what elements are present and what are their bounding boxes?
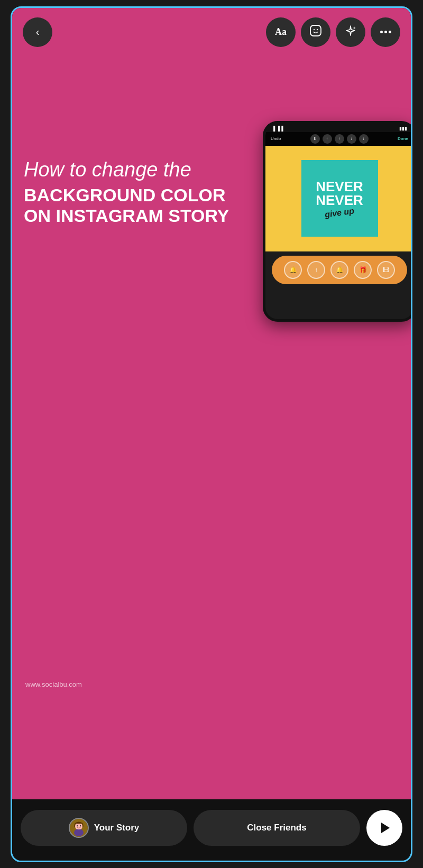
inner-bottom-up-icon: ↑	[307, 261, 325, 279]
svg-rect-0	[310, 25, 321, 36]
top-bar: ‹ Aa	[12, 8, 411, 52]
story-text-bold: BACKGROUND COLOR ON INSTAGRAM STORY	[24, 185, 246, 226]
svg-point-8	[80, 825, 81, 826]
inner-phone-mockup: ▐ ▐▐ 1200 ▮▮▮ Undo ⬇ ↑ ↑ ↓ ↓	[263, 121, 411, 322]
forward-button[interactable]	[366, 810, 402, 846]
inner-undo-button[interactable]: Undo	[271, 136, 281, 141]
avatar	[69, 818, 89, 838]
inner-card-giveup-text: give up	[324, 206, 355, 220]
back-button[interactable]: ‹	[23, 17, 52, 47]
inner-icon-4: ↓	[347, 134, 356, 144]
your-story-label: Your Story	[94, 823, 140, 833]
inner-bottom-gift-icon: 🎁	[354, 261, 372, 279]
story-text-block: How to change the BACKGROUND COLOR ON IN…	[24, 158, 246, 227]
inner-battery-icon: ▮▮▮	[399, 126, 407, 131]
close-friends-label: Close Friends	[247, 823, 306, 833]
svg-point-5	[74, 829, 84, 836]
inner-phone-toolbar: Undo ⬇ ↑ ↑ ↓ ↓ Done	[265, 132, 411, 146]
inner-bottom-film-icon: 🎞	[377, 261, 395, 279]
text-format-button[interactable]: Aa	[266, 17, 296, 47]
forward-chevron-icon	[381, 823, 390, 833]
inner-icon-2: ↑	[323, 134, 332, 144]
sticker-button[interactable]	[301, 17, 330, 47]
inner-toolbar-icons: ⬇ ↑ ↑ ↓ ↓	[310, 134, 369, 144]
inner-signal-icon: ▐ ▐▐	[272, 126, 283, 131]
svg-point-1	[314, 29, 315, 30]
inner-icon-1: ⬇	[310, 134, 320, 144]
inner-phone-notch	[318, 126, 361, 130]
top-right-buttons: Aa	[266, 17, 400, 47]
inner-phone-bottom-bar: 🔔 ↑ 🔔 🎁 🎞	[272, 256, 407, 284]
inner-bottom-bell2-icon: 🔔	[330, 261, 348, 279]
svg-point-6	[76, 823, 82, 829]
inner-bottom-bell-icon: 🔔	[284, 261, 302, 279]
svg-point-2	[317, 29, 318, 30]
close-friends-button[interactable]: Close Friends	[194, 810, 360, 846]
story-content: How to change the BACKGROUND COLOR ON IN…	[12, 52, 411, 799]
text-format-icon: Aa	[275, 26, 287, 38]
sparkles-icon	[345, 25, 356, 39]
your-story-button[interactable]: Your Story	[21, 810, 187, 846]
sticker-icon	[310, 25, 321, 40]
more-options-button[interactable]	[371, 17, 400, 47]
inner-card-never-text: NEVER	[316, 180, 363, 193]
bottom-action-bar: Your Story Close Friends	[12, 799, 411, 861]
story-area: ‹ Aa	[12, 8, 411, 799]
story-text-light: How to change the	[24, 158, 246, 182]
inner-canvas-card: NEVER NEVER give up	[301, 160, 378, 237]
inner-card-never-text2: NEVER	[316, 193, 363, 207]
inner-phone-canvas: NEVER NEVER give up	[265, 146, 411, 251]
inner-done-button[interactable]: Done	[398, 136, 408, 141]
svg-point-7	[77, 825, 78, 826]
website-url: www.socialbu.com	[25, 680, 82, 688]
inner-phone-frame: ▐ ▐▐ 1200 ▮▮▮ Undo ⬇ ↑ ↑ ↓ ↓	[263, 121, 411, 322]
inner-icon-5: ↓	[359, 134, 369, 144]
effects-button[interactable]	[336, 17, 365, 47]
back-chevron-icon: ‹	[36, 26, 40, 38]
inner-icon-3: ↑	[335, 134, 344, 144]
more-dots-icon	[380, 31, 391, 33]
phone-frame: ‹ Aa	[11, 6, 412, 862]
